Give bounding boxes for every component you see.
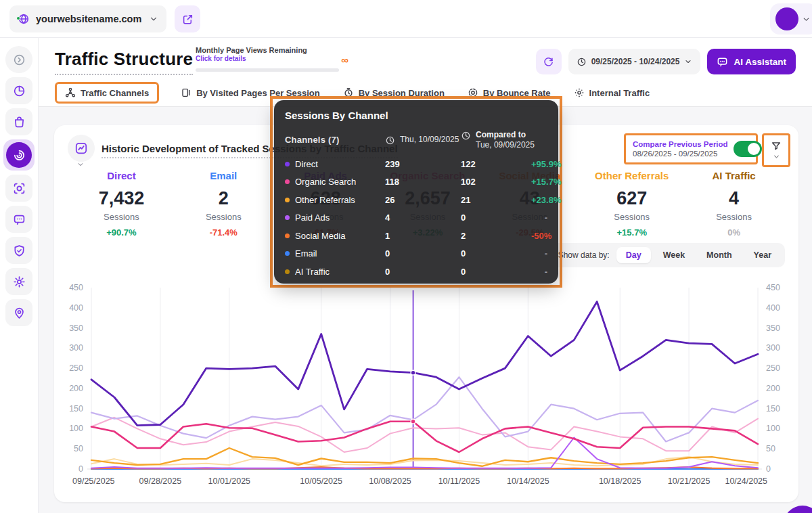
channel-color-dot	[285, 233, 290, 238]
stat-value: 7,432	[70, 188, 173, 209]
stat-channel-label: Other Referrals	[581, 170, 683, 181]
tooltip-previous-value: 0	[461, 213, 531, 223]
sidebar-item-shield-check-icon[interactable]	[5, 237, 32, 264]
tooltip-channel-name: Social Media	[295, 231, 345, 241]
tooltip-current-value: 0	[385, 267, 461, 277]
tooltip-current-date: Thu, 10/09/2025	[400, 135, 459, 144]
chat-bubble-icon	[13, 213, 26, 226]
ai-assistant-button[interactable]: AI Assistant	[707, 49, 796, 74]
sidebar-item-pie-chart-icon[interactable]	[5, 77, 32, 104]
sidebar-item-gear-icon[interactable]	[5, 268, 32, 295]
page-title: Traffic Structure	[55, 49, 193, 75]
tooltip-change: +23.8%	[531, 195, 561, 205]
date-range-picker[interactable]: 09/25/2025 - 10/24/2025	[568, 49, 701, 74]
website-selector[interactable]: yourwebsitename.com	[9, 5, 166, 32]
stat-value: 4	[683, 188, 785, 209]
tooltip-channel-name: AI Traffic	[295, 267, 330, 277]
sessions-line-chart[interactable]: 0050501001001501502002002502503003003503…	[61, 282, 792, 488]
pages-icon	[181, 87, 191, 98]
tooltip-change: +95.9%	[531, 159, 561, 169]
tooltip-change: -50%	[531, 231, 551, 241]
svg-text:0: 0	[766, 464, 771, 474]
funnel-icon	[771, 141, 782, 152]
tooltip-previous-value: 122	[461, 159, 531, 169]
svg-text:10/05/2025: 10/05/2025	[300, 476, 342, 486]
svg-text:50: 50	[74, 444, 83, 453]
user-menu[interactable]	[770, 3, 812, 35]
svg-text:450: 450	[766, 283, 780, 292]
tooltip-change: +15.7%	[531, 177, 561, 187]
tooltip-channel-name: Paid Ads	[295, 213, 330, 223]
granularity-option-day[interactable]: Day	[616, 247, 651, 263]
chart-type-button[interactable]	[68, 135, 95, 162]
channel-color-dot	[285, 162, 290, 166]
stat-channel-label: AI Traffic	[683, 170, 785, 181]
tooltip-change: -	[531, 248, 547, 259]
svg-text:50: 50	[766, 444, 775, 453]
line-chart-icon	[74, 141, 88, 155]
collapse-icon	[13, 53, 26, 66]
refresh-button[interactable]	[536, 49, 562, 74]
svg-text:10/14/2025: 10/14/2025	[507, 476, 549, 486]
compare-label: Compare Previous Period	[633, 140, 728, 148]
tooltip-rows: Direct239122+95.9%Organic Search118102+1…	[285, 155, 547, 281]
tooltip-channel-name: Email	[295, 248, 317, 259]
compare-range: 08/26/2025 - 09/25/2025	[633, 150, 728, 158]
tooltip-current-value: 1	[385, 231, 461, 241]
internal-traffic-icon	[574, 87, 585, 98]
granularity-option-year[interactable]: Year	[744, 247, 781, 263]
svg-text:200: 200	[69, 384, 83, 393]
svg-text:400: 400	[766, 303, 780, 313]
filter-button[interactable]	[762, 133, 790, 167]
sidebar-item-scan-target-icon[interactable]	[5, 175, 32, 202]
top-bar: yourwebsitename.com	[0, 0, 812, 38]
tooltip-channel-name: Direct	[295, 159, 318, 169]
tooltip-current-value: 26	[385, 195, 461, 205]
channel-stat-ai-traffic[interactable]: AI Traffic4Sessions0%	[683, 170, 785, 238]
channel-stat-email[interactable]: Email2Sessions-71.4%	[173, 170, 275, 238]
open-website-button[interactable]	[175, 5, 200, 32]
sidebar-item-sessions-radar-icon[interactable]	[6, 142, 32, 168]
svg-text:10/11/2025: 10/11/2025	[438, 476, 480, 486]
chevron-down-icon	[149, 14, 158, 24]
granularity-option-month[interactable]: Month	[697, 247, 741, 263]
chevron-down-icon[interactable]	[76, 160, 85, 169]
stat-change: +15.7%	[581, 227, 683, 238]
stat-unit: Sessions	[70, 212, 173, 222]
tooltip-row-ai-traffic: AI Traffic00-	[285, 263, 547, 281]
sidebar-item-active-wrap	[3, 139, 35, 171]
granularity-option-week[interactable]: Week	[654, 247, 694, 263]
channel-color-dot	[285, 215, 290, 220]
sidebar-item-shopping-bag-icon[interactable]	[5, 108, 32, 135]
show-data-by-label: Show data by:	[558, 250, 610, 260]
stat-change: -71.4%	[173, 227, 275, 238]
gear-icon	[13, 275, 26, 288]
shield-check-icon	[13, 244, 26, 257]
sidebar-item-collapse-icon[interactable]	[5, 46, 32, 73]
tooltip-current-value: 4	[385, 213, 461, 223]
chevron-down-icon	[802, 15, 811, 24]
shopping-bag-icon	[13, 116, 26, 129]
svg-text:250: 250	[69, 363, 83, 373]
tab-internal-traffic[interactable]: Internal Traffic	[572, 83, 652, 103]
sidebar-item-chat-bubble-icon[interactable]	[5, 206, 32, 233]
tooltip-channels-column: Channels (7)	[285, 135, 385, 145]
svg-text:10/21/2025: 10/21/2025	[668, 476, 710, 486]
sidebar	[0, 38, 39, 513]
svg-text:400: 400	[69, 303, 83, 313]
svg-text:09/25/2025: 09/25/2025	[72, 476, 115, 486]
pageviews-details-link[interactable]: Click for details	[196, 55, 339, 62]
sidebar-item-location-pin-icon[interactable]	[5, 299, 32, 326]
channel-stat-other-referrals[interactable]: Other Referrals627Sessions+15.7%	[581, 170, 683, 238]
channel-stat-direct[interactable]: Direct7,432Sessions+90.7%	[70, 170, 173, 238]
chat-icon	[717, 56, 728, 68]
channel-color-dot	[285, 198, 290, 202]
stat-value: 627	[581, 188, 683, 209]
compare-toggle[interactable]	[734, 141, 762, 157]
tooltip-title: Sessions By Channel	[285, 110, 547, 121]
tooltip-row-other-referrals: Other Referrals2621+23.8%	[285, 191, 547, 209]
tooltip-current-value: 239	[385, 159, 461, 169]
tab-traffic-channels[interactable]: Traffic Channels	[55, 82, 159, 104]
svg-text:450: 450	[69, 283, 83, 292]
tooltip-previous-value: 21	[461, 195, 531, 205]
